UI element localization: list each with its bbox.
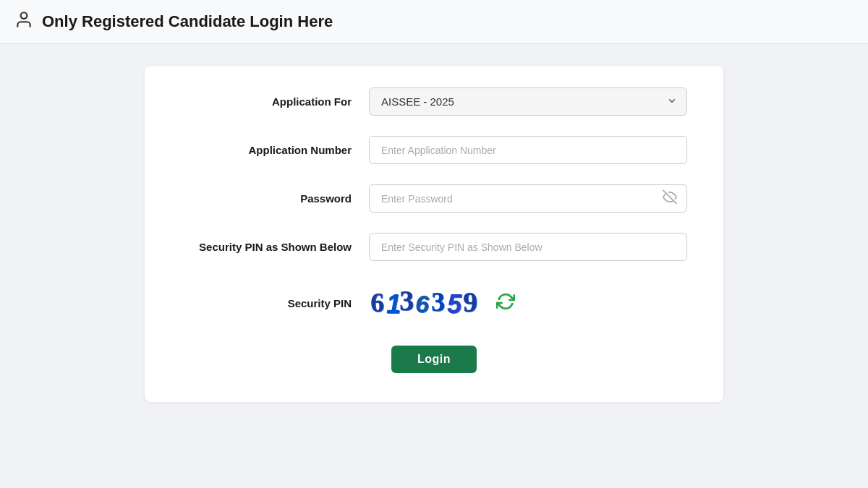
login-button[interactable]: Login — [391, 346, 477, 373]
header-title: Only Registered Candidate Login Here — [42, 12, 333, 31]
application-for-select[interactable]: AISSEE - 2025 AISSEE - 2024 — [369, 87, 687, 116]
svg-text:3: 3 — [431, 286, 446, 317]
password-row: Password — [181, 184, 687, 213]
security-pin-display-wrapper: .c1 { font: bold 38px Georgia, serif; fi… — [369, 281, 687, 325]
svg-text:9: 9 — [463, 286, 479, 318]
security-pin-input-row: Security PIN as Shown Below — [181, 233, 687, 261]
password-wrapper — [369, 184, 687, 213]
svg-text:6: 6 — [415, 290, 430, 317]
eye-toggle-icon[interactable] — [663, 189, 677, 207]
security-pin-input-label: Security PIN as Shown Below — [181, 241, 369, 253]
application-number-row: Application Number — [181, 136, 687, 164]
svg-text:3: 3 — [399, 284, 415, 317]
application-for-wrapper: AISSEE - 2025 AISSEE - 2024 — [369, 87, 687, 116]
password-input[interactable] — [369, 184, 687, 213]
captcha-display: .c1 { font: bold 38px Georgia, serif; fi… — [369, 281, 687, 325]
refresh-captcha-icon[interactable] — [496, 292, 515, 315]
security-pin-input-wrapper — [369, 233, 687, 261]
application-number-input[interactable] — [369, 136, 687, 164]
svg-text:6: 6 — [370, 287, 386, 317]
user-icon — [14, 10, 33, 33]
login-row: Login — [181, 346, 687, 373]
security-pin-display-label: Security PIN — [181, 297, 369, 309]
svg-point-0 — [21, 12, 27, 19]
application-for-row: Application For AISSEE - 2025 AISSEE - 2… — [181, 87, 687, 116]
application-number-wrapper — [369, 136, 687, 164]
password-label: Password — [181, 192, 369, 205]
security-pin-input[interactable] — [369, 233, 687, 261]
header: Only Registered Candidate Login Here — [0, 0, 868, 44]
captcha-text: .c1 { font: bold 38px Georgia, serif; fi… — [369, 281, 485, 325]
login-form: Application For AISSEE - 2025 AISSEE - 2… — [145, 66, 723, 402]
security-pin-display-row: Security PIN .c1 { font: bold 38px Georg… — [181, 281, 687, 325]
application-number-label: Application Number — [181, 144, 369, 156]
svg-text:5: 5 — [447, 289, 463, 319]
page-container: Only Registered Candidate Login Here App… — [0, 0, 868, 488]
application-for-label: Application For — [181, 95, 369, 108]
